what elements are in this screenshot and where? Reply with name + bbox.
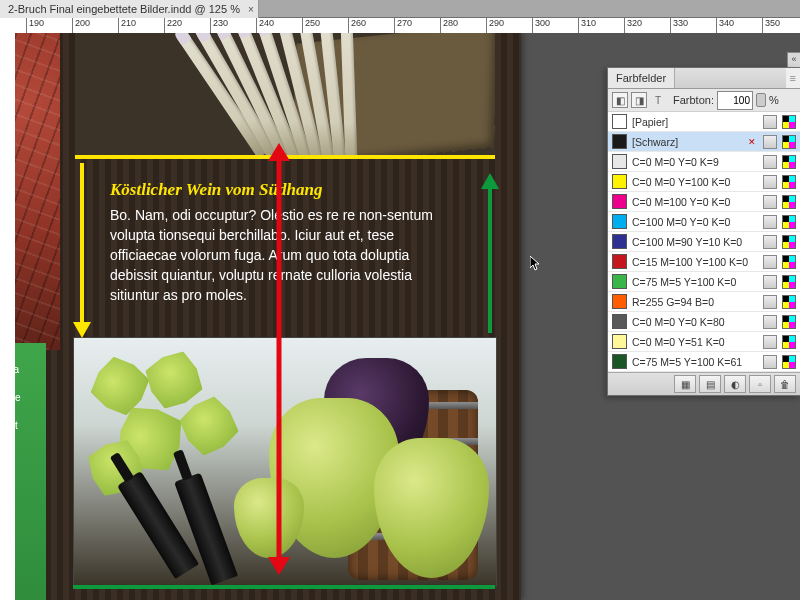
close-icon[interactable]: × [248, 1, 254, 19]
cmyk-icon [782, 335, 796, 349]
swatch-row[interactable]: C=0 M=0 Y=100 K=0 [608, 172, 800, 192]
tab-title: 2-Bruch Final eingebettete Bilder.indd @… [8, 3, 240, 15]
swatch-chip [612, 214, 627, 229]
arrow-yellow-down [73, 163, 91, 338]
swatch-chip [612, 274, 627, 289]
ruler-tick: 300 [532, 18, 550, 33]
text-fill-icon[interactable]: T [650, 92, 666, 108]
swatch-name: R=255 G=94 B=0 [632, 296, 758, 308]
swatch-chip [612, 354, 627, 369]
ruler-tick: 220 [164, 18, 182, 33]
new-swatch-button[interactable]: ▫ [749, 375, 771, 393]
ruler-tick: 230 [210, 18, 228, 33]
color-type-icon [763, 155, 777, 169]
ruler-tick: 240 [256, 18, 274, 33]
green-rule [73, 585, 495, 589]
swatch-row[interactable]: R=255 G=94 B=0 [608, 292, 800, 312]
green-text-block: a,tilia quen.aut [15, 343, 46, 600]
color-type-icon [763, 355, 777, 369]
swatch-chip [612, 194, 627, 209]
swatch-name: C=75 M=5 Y=100 K=0 [632, 276, 758, 288]
tab-swatches[interactable]: Farbfelder [608, 68, 675, 88]
cmyk-icon [782, 195, 796, 209]
footer-btn-3[interactable]: ◐ [724, 375, 746, 393]
cmyk-icon [782, 295, 796, 309]
swatch-chip [612, 154, 627, 169]
ruler-tick: 270 [394, 18, 412, 33]
swatch-row[interactable]: C=0 M=0 Y=0 K=80 [608, 312, 800, 332]
swatch-chip [612, 114, 627, 129]
swatch-name: C=0 M=0 Y=0 K=9 [632, 156, 758, 168]
color-type-icon [763, 195, 777, 209]
color-type-icon [763, 255, 777, 269]
ruler-tick: 340 [716, 18, 734, 33]
body-copy-text: Bo. Nam, odi occuptur? Olestio es re re … [110, 205, 450, 305]
ruler-tick: 210 [118, 18, 136, 33]
swatch-chip [612, 314, 627, 329]
swatch-chip [612, 174, 627, 189]
swatch-name: C=0 M=0 Y=51 K=0 [632, 336, 758, 348]
swatch-chip [612, 134, 627, 149]
image-grapes [73, 337, 497, 587]
tint-slider[interactable] [756, 93, 766, 107]
panel-menu-icon[interactable]: ≡ [786, 68, 800, 88]
swatch-chip [612, 294, 627, 309]
yellow-rule [75, 155, 495, 159]
tint-label: Farbton: [673, 94, 714, 106]
color-type-icon [763, 295, 777, 309]
swatch-row[interactable]: [Papier] [608, 112, 800, 132]
fill-icon[interactable]: ◧ [612, 92, 628, 108]
cmyk-icon [782, 135, 796, 149]
swatch-row[interactable]: C=15 M=100 Y=100 K=0 [608, 252, 800, 272]
panel-footer: ▦ ▤ ◐ ▫ 🗑 [608, 373, 800, 395]
cmyk-icon [782, 175, 796, 189]
swatch-name: C=0 M=100 Y=0 K=0 [632, 196, 758, 208]
cmyk-icon [782, 315, 796, 329]
swatch-row[interactable]: C=0 M=0 Y=0 K=9 [608, 152, 800, 172]
swatch-row[interactable]: C=100 M=0 Y=0 K=0 [608, 212, 800, 232]
color-type-icon [763, 235, 777, 249]
swatch-name: C=75 M=5 Y=100 K=61 [632, 356, 758, 368]
swatch-chip [612, 254, 627, 269]
vertical-ruler[interactable] [0, 33, 16, 600]
color-type-icon [763, 335, 777, 349]
document-tab[interactable]: 2-Bruch Final eingebettete Bilder.indd @… [0, 0, 259, 18]
tint-input[interactable] [717, 91, 753, 110]
color-type-icon [763, 315, 777, 329]
ruler-tick: 190 [26, 18, 44, 33]
ruler-tick: 330 [670, 18, 688, 33]
panel-options-row: ◧ ◨ T Farbton: % [608, 89, 800, 112]
tint-unit: % [769, 94, 779, 106]
locked-icon: ✕ [746, 136, 758, 148]
swatch-row[interactable]: C=0 M=0 Y=51 K=0 [608, 332, 800, 352]
swatch-name: [Papier] [632, 116, 758, 128]
stroke-icon[interactable]: ◨ [631, 92, 647, 108]
ruler-tick: 260 [348, 18, 366, 33]
ruler-tick: 250 [302, 18, 320, 33]
footer-btn-1[interactable]: ▦ [674, 375, 696, 393]
swatch-row[interactable]: C=0 M=100 Y=0 K=0 [608, 192, 800, 212]
horizontal-ruler[interactable]: 1902002102202302402502602702802903003103… [0, 18, 800, 34]
color-type-icon [763, 175, 777, 189]
swatches-panel: Farbfelder ≡ ◧ ◨ T Farbton: % [Papier][S… [607, 67, 800, 396]
page-background: a,tilia quen.aut Köstlicher Wein vom Süd… [15, 33, 521, 600]
ruler-tick: 200 [72, 18, 90, 33]
swatch-row[interactable]: C=75 M=5 Y=100 K=0 [608, 272, 800, 292]
cmyk-icon [782, 275, 796, 289]
delete-swatch-button[interactable]: 🗑 [774, 375, 796, 393]
swatch-name: C=15 M=100 Y=100 K=0 [632, 256, 758, 268]
headline-text: Köstlicher Wein vom Südhang [110, 180, 322, 200]
footer-btn-2[interactable]: ▤ [699, 375, 721, 393]
swatch-list[interactable]: [Papier][Schwarz]✕C=0 M=0 Y=0 K=9C=0 M=0… [608, 112, 800, 373]
swatch-name: C=0 M=0 Y=0 K=80 [632, 316, 758, 328]
cmyk-icon [782, 215, 796, 229]
swatch-name: C=0 M=0 Y=100 K=0 [632, 176, 758, 188]
swatch-chip [612, 334, 627, 349]
cmyk-icon [782, 255, 796, 269]
swatch-row[interactable]: [Schwarz]✕ [608, 132, 800, 152]
cmyk-icon [782, 155, 796, 169]
swatch-row[interactable]: C=75 M=5 Y=100 K=61 [608, 352, 800, 372]
ruler-tick: 350 [762, 18, 780, 33]
ruler-tick: 310 [578, 18, 596, 33]
swatch-row[interactable]: C=100 M=90 Y=10 K=0 [608, 232, 800, 252]
